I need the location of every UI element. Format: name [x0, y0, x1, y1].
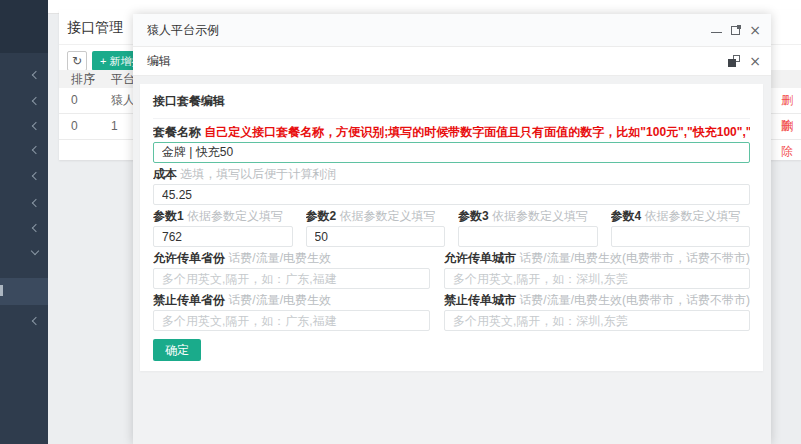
sidebar-item-1[interactable]: [0, 63, 48, 87]
chevron-left-icon: [32, 146, 40, 154]
delete-link[interactable]: 删除: [781, 114, 801, 164]
cost-hint: 选填，填写以后便于计算利润: [180, 168, 336, 181]
param2-input[interactable]: [306, 226, 446, 247]
param4-input[interactable]: [611, 226, 751, 247]
deny-province-label: 禁止传单省份 话费/流量/电费生效: [153, 294, 430, 307]
cell-platform: 1: [103, 114, 118, 139]
chevron-left-icon: [32, 317, 40, 325]
chevron-left-icon: [32, 172, 40, 180]
allow-city-input[interactable]: [444, 268, 750, 289]
refresh-button[interactable]: ↻: [67, 51, 87, 71]
sidebar-item-8-expanded[interactable]: [0, 241, 48, 265]
cost-label: 成本 选填，填写以后便于计算利润: [153, 168, 750, 181]
modal-subbar: 编辑 ×: [133, 47, 771, 76]
modal-titlebar: 猿人平台示例 ×: [133, 14, 771, 47]
cost-input[interactable]: [153, 184, 750, 205]
allow-city-label: 允许传单城市 话费/流量/电费生效(电费带市，话费不带市): [444, 252, 750, 265]
package-name-hint: 自己定义接口套餐名称，方便识别;填写的时候带数字面值且只有面值的数字，比如"10…: [204, 126, 750, 139]
sidebar-item-5[interactable]: [0, 164, 48, 188]
sidebar-item-3[interactable]: [0, 114, 48, 138]
sidebar: [0, 0, 48, 444]
deny-row: 禁止传单省份 话费/流量/电费生效 禁止传单城市 话费/流量/电费生效(电费带市…: [153, 294, 750, 336]
confirm-button[interactable]: 确定: [153, 339, 201, 361]
logo-area: [0, 0, 48, 53]
param4-label: 参数4 依据参数定义填写: [611, 210, 751, 223]
window-controls: ×: [711, 14, 761, 46]
col-header-sort: 排序: [59, 70, 103, 88]
modal-body: 接口套餐编辑 套餐名称 自己定义接口套餐名称，方便识别;填写的时候带数字面值且只…: [133, 76, 771, 444]
edit-modal-window: 猿人平台示例 × 编辑 × 接口套餐编辑 套餐名称 自己定义接口套餐名称，方便识…: [133, 14, 771, 444]
sidebar-item-4[interactable]: [0, 138, 48, 162]
package-edit-form: 接口套餐编辑 套餐名称 自己定义接口套餐名称，方便识别;填写的时候带数字面值且只…: [140, 84, 763, 371]
chevron-left-icon: [32, 199, 40, 207]
package-name-input[interactable]: [153, 142, 750, 163]
deny-city-label: 禁止传单城市 话费/流量/电费生效(电费带市，话费不带市): [444, 294, 750, 307]
deny-city-input[interactable]: [444, 310, 750, 331]
close-icon[interactable]: ×: [749, 23, 761, 37]
param2-label: 参数2 依据参数定义填写: [306, 210, 446, 223]
sidebar-item-9[interactable]: [0, 309, 48, 333]
refresh-icon: ↻: [72, 54, 82, 68]
close-icon[interactable]: ×: [749, 54, 761, 68]
sidebar-item-2[interactable]: [0, 89, 48, 113]
modal-title: 猿人平台示例: [147, 23, 219, 37]
sidebar-active-submenu-item[interactable]: [0, 278, 48, 305]
sidebar-item-7[interactable]: [0, 216, 48, 240]
package-name-label: 套餐名称 自己定义接口套餐名称，方便识别;填写的时候带数字面值且只有面值的数字，…: [153, 126, 750, 139]
inner-window-controls: ×: [728, 47, 761, 75]
clipped-label-fragment: [0, 285, 3, 296]
form-section-title: 接口套餐编辑: [153, 88, 750, 119]
param3-label: 参数3 依据参数定义填写: [458, 210, 598, 223]
allow-row: 允许传单省份 话费/流量/电费生效 允许传单城市 话费/流量/电费生效(电费带市…: [153, 252, 750, 294]
minimize-icon[interactable]: [711, 32, 722, 33]
chevron-down-icon: [31, 247, 39, 255]
param3-input[interactable]: [458, 226, 598, 247]
chevron-left-icon: [32, 122, 40, 130]
deny-province-input[interactable]: [153, 310, 430, 331]
param1-input[interactable]: [153, 226, 293, 247]
chevron-left-icon: [32, 97, 40, 105]
allow-province-input[interactable]: [153, 268, 430, 289]
modal-subtitle: 编辑: [147, 54, 171, 68]
chevron-left-icon: [32, 224, 40, 232]
sidebar-item-6[interactable]: [0, 191, 48, 215]
screen: 接口管理 ↻ + 新增接口平台 排序 平台名称 0 猿人平台 删除 0 1 删除: [0, 0, 801, 444]
restore-stacked-windows-icon[interactable]: [728, 55, 740, 67]
maximize-icon[interactable]: [731, 26, 740, 35]
cell-sort: 0: [59, 88, 103, 113]
allow-province-label: 允许传单省份 话费/流量/电费生效: [153, 252, 430, 265]
params-row: 参数1 依据参数定义填写 参数2 依据参数定义填写: [153, 210, 750, 252]
param1-label: 参数1 依据参数定义填写: [153, 210, 293, 223]
cell-sort: 0: [59, 114, 103, 139]
chevron-left-icon: [32, 71, 40, 79]
